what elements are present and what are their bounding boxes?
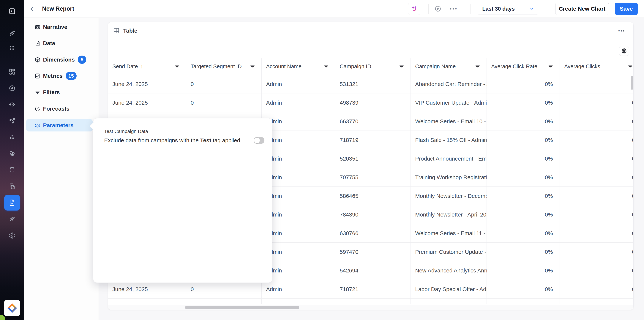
sidebar-item-narrative[interactable]: Narrative xyxy=(26,21,92,33)
filter-icon[interactable] xyxy=(399,65,404,69)
column-header-campaign-id[interactable]: Campaign ID xyxy=(335,58,411,75)
forecasts-icon xyxy=(35,106,40,112)
filter-icon[interactable] xyxy=(628,65,632,69)
column-header-campaign-name[interactable]: Campaign Name xyxy=(411,58,487,75)
topbar: New Report ••• Last 30 days Create New C… xyxy=(24,0,644,18)
cell-average-click-rate: 0% xyxy=(487,243,560,261)
sidebar-item-label: Filters xyxy=(43,89,60,96)
column-header-account-name[interactable]: Account Name xyxy=(262,58,335,75)
more-icon[interactable]: ••• xyxy=(450,0,458,18)
column-header-targeted-segment-id[interactable]: Targeted Segment ID xyxy=(186,58,262,75)
grid-dots-icon[interactable] xyxy=(8,44,16,52)
save-button[interactable]: Save xyxy=(615,3,638,15)
date-range-select[interactable]: Last 30 days xyxy=(478,3,538,15)
cell-campaign-id: 520351 xyxy=(335,149,411,168)
date-range-value: Last 30 days xyxy=(482,6,529,12)
sort-asc-icon[interactable]: ↑ xyxy=(140,64,143,70)
sidebar-item-forecasts[interactable]: Forecasts xyxy=(26,103,92,115)
cell-campaign-id: 542694 xyxy=(335,261,411,280)
table-row: June 24, 2025 0 Admin 718721 Labor Day S… xyxy=(108,280,634,298)
create-new-chart-button[interactable]: Create New Chart xyxy=(555,3,609,15)
back-button[interactable] xyxy=(28,5,36,13)
horizontal-scrollbar-thumb[interactable] xyxy=(185,306,299,309)
card-header: Table ••• xyxy=(108,22,634,39)
cell-average-click-rate: 0% xyxy=(487,75,560,93)
cell-campaign-name: Abandoned Cart Reminder - Ad xyxy=(411,75,487,93)
sidebar-item-label: Data xyxy=(43,40,55,47)
cell-targeted-segment-id: 0 xyxy=(186,93,262,112)
cell-campaign-name: Labor Day Special Offer - Admi xyxy=(411,280,487,298)
filter-icon[interactable] xyxy=(548,65,553,69)
ai-assist-button[interactable] xyxy=(408,3,420,15)
filter-icon[interactable] xyxy=(475,65,480,69)
table-settings-button[interactable] xyxy=(619,46,629,56)
cell-account-name: Admin xyxy=(262,93,335,112)
send-icon[interactable] xyxy=(8,117,16,125)
filters-icon xyxy=(35,90,40,95)
cell-campaign-id: 663770 xyxy=(335,112,411,131)
dashboard-icon[interactable] xyxy=(8,68,16,76)
sidebar-item-label: Narrative xyxy=(43,24,67,30)
dimensions-count-badge: 5 xyxy=(78,56,86,64)
card-more-icon[interactable]: ••• xyxy=(618,22,625,39)
sidebar-item-filters[interactable]: Filters xyxy=(26,86,92,99)
hierarchy-icon[interactable] xyxy=(8,133,16,141)
report-icon-active[interactable] xyxy=(4,195,20,210)
table-row: June 24, 2025 0 Admin 531321 Abandoned C… xyxy=(108,75,634,93)
cell-account-name: Admin xyxy=(262,187,335,205)
cell-account-name: Admin xyxy=(262,75,335,93)
toggle-knob xyxy=(254,138,260,143)
cell-average-click-rate: 0% xyxy=(487,224,560,242)
popover-section-label: Test Campaign Data xyxy=(104,129,148,134)
column-header-average-click-rate[interactable]: Average Click Rate xyxy=(487,58,560,75)
compass-icon[interactable] xyxy=(8,84,16,92)
cell-account-name: Admin xyxy=(262,280,335,298)
cell-send-date: June 24, 2025 xyxy=(108,75,186,93)
cell-campaign-name: Training Workshop Registration xyxy=(411,168,487,186)
table-row: June 24, 2025 0 Admin 498739 VIP Custome… xyxy=(108,93,634,112)
cell-average-clicks: 0 xyxy=(560,149,634,168)
copies-icon[interactable] xyxy=(8,182,16,190)
cell-campaign-name: Welcome Series - Email 10 - Ad xyxy=(411,112,487,131)
explore-compass-icon[interactable] xyxy=(434,6,441,12)
sidebar-item-metrics[interactable]: Metrics 15 xyxy=(26,70,92,82)
sparkles-icon[interactable] xyxy=(8,30,16,38)
column-header-send-date[interactable]: Send Date ↑ xyxy=(108,58,186,75)
cell-average-clicks: 0 xyxy=(560,131,634,149)
cell-average-click-rate: 0% xyxy=(487,93,560,112)
sidebar-item-data[interactable]: Data xyxy=(26,37,92,50)
cell-campaign-name: Premium Customer Update - Ad xyxy=(411,243,487,261)
bubbles-icon[interactable] xyxy=(8,149,16,158)
database-icon[interactable] xyxy=(8,166,16,174)
locate-icon[interactable] xyxy=(8,100,16,109)
filter-icon[interactable] xyxy=(250,65,255,69)
test-campaign-toggle-row: Exclude data from campaigns with the Tes… xyxy=(104,137,264,144)
vertical-scrollbar-thumb[interactable] xyxy=(631,76,633,90)
cell-campaign-name: New Advanced Analytics Annou xyxy=(411,261,487,280)
sidebar-item-parameters[interactable]: Parameters xyxy=(26,119,92,131)
filter-icon[interactable] xyxy=(324,65,328,69)
cell-average-clicks: 0 xyxy=(560,187,634,205)
cell-campaign-name: Welcome Series - Email 11 - Ad xyxy=(411,224,487,242)
metrics-count-badge: 15 xyxy=(66,72,76,80)
cell-average-click-rate: 0% xyxy=(487,149,560,168)
report-sidebar: Narrative Data Dimensions 5 Metrics 15 F… xyxy=(24,18,99,320)
sparkles-icon[interactable] xyxy=(8,215,16,223)
parameters-gear-icon xyxy=(35,123,40,128)
sidebar-toggle-icon[interactable] xyxy=(8,7,16,15)
table-header-row: Send Date ↑ Targeted Segment ID Account … xyxy=(108,58,634,75)
exclude-test-data-toggle[interactable] xyxy=(254,137,264,144)
cell-campaign-id: 718719 xyxy=(335,131,411,149)
cell-campaign-id: 531321 xyxy=(335,75,411,93)
settings-icon[interactable] xyxy=(8,231,16,240)
cell-account-name: Admin xyxy=(262,243,335,261)
filter-icon[interactable] xyxy=(175,65,179,69)
cell-campaign-id: 784390 xyxy=(335,205,411,224)
app-logo[interactable] xyxy=(4,300,20,316)
cell-account-name: Admin xyxy=(262,131,335,149)
table-row-partial xyxy=(108,298,634,304)
cell-average-clicks: 0 xyxy=(560,75,634,93)
sidebar-item-dimensions[interactable]: Dimensions 5 xyxy=(26,54,92,66)
card-title: Table xyxy=(123,22,137,39)
column-header-average-clicks[interactable]: Average Clicks xyxy=(560,58,634,75)
